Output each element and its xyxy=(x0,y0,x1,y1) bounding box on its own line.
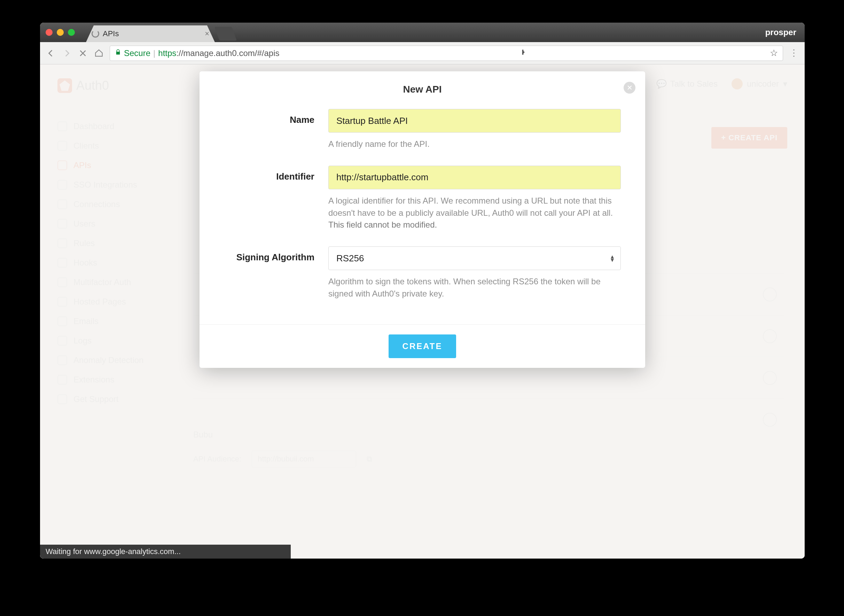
address-bar[interactable]: Secure | https://manage.auth0.com/#/apis… xyxy=(110,45,783,61)
secure-label: Secure xyxy=(124,48,150,58)
name-label: Name xyxy=(224,109,314,125)
profile-menu-label[interactable]: prosper xyxy=(765,28,796,37)
browser-tab[interactable]: APIs × xyxy=(86,25,215,42)
browser-tabbar: APIs × prosper xyxy=(40,23,805,42)
select-caret-icon: ▴▾ xyxy=(611,255,614,262)
algorithm-select[interactable]: RS256 ▴▾ xyxy=(328,246,621,270)
tab-close-icon[interactable]: × xyxy=(205,29,209,38)
lock-icon xyxy=(115,49,121,57)
create-button[interactable]: CREATE xyxy=(389,334,456,358)
back-button[interactable] xyxy=(46,48,56,59)
field-name: Name A friendly name for the API. xyxy=(224,109,621,150)
window-zoom-icon[interactable] xyxy=(68,29,75,36)
identifier-label: Identifier xyxy=(224,166,314,182)
name-input[interactable] xyxy=(328,109,621,133)
modal-title: New API xyxy=(200,84,645,95)
home-button[interactable] xyxy=(94,48,104,59)
modal-close-button[interactable]: ✕ xyxy=(624,82,636,94)
field-algorithm: Signing Algorithm RS256 ▴▾ Algorithm to … xyxy=(224,246,621,300)
forward-button xyxy=(62,48,72,59)
modal-footer: CREATE xyxy=(200,324,645,368)
status-bar: Waiting for www.google-analytics.com... xyxy=(40,545,291,559)
algorithm-value: RS256 xyxy=(336,253,364,264)
identifier-help: A logical identifier for this API. We re… xyxy=(328,195,621,231)
stop-reload-button[interactable] xyxy=(78,48,88,59)
close-icon: ✕ xyxy=(627,84,633,92)
modal-header: New API ✕ xyxy=(200,71,645,106)
address-divider: | xyxy=(153,48,155,58)
browser-menu-icon[interactable]: ⋮ xyxy=(789,48,799,59)
new-api-modal: New API ✕ Name A friendly name for the A… xyxy=(200,71,645,368)
loading-spinner-icon xyxy=(92,30,99,38)
window-controls xyxy=(46,29,75,36)
algorithm-label: Signing Algorithm xyxy=(224,246,314,263)
bookmark-star-icon[interactable]: ☆ xyxy=(770,48,778,59)
page-viewport: Auth0 💬 Talk to Sales unicoder ▾ Dashboa… xyxy=(40,65,805,559)
browser-toolbar: Secure | https://manage.auth0.com/#/apis… xyxy=(40,42,805,65)
window-minimize-icon[interactable] xyxy=(57,29,64,36)
modal-body: Name A friendly name for the API. Identi… xyxy=(200,106,645,324)
saved-password-icon[interactable] xyxy=(521,48,528,59)
window-close-icon[interactable] xyxy=(46,29,53,36)
browser-window: APIs × prosper Secure | https://manage.a… xyxy=(40,23,805,559)
algorithm-help: Algorithm to sign the tokens with. When … xyxy=(328,276,621,300)
url-text: https://manage.auth0.com/#/apis xyxy=(158,48,279,58)
tab-title: APIs xyxy=(103,29,119,38)
name-help: A friendly name for the API. xyxy=(328,138,621,150)
new-tab-button[interactable] xyxy=(214,27,237,41)
field-identifier: Identifier A logical identifier for this… xyxy=(224,166,621,231)
identifier-input[interactable] xyxy=(328,166,621,189)
